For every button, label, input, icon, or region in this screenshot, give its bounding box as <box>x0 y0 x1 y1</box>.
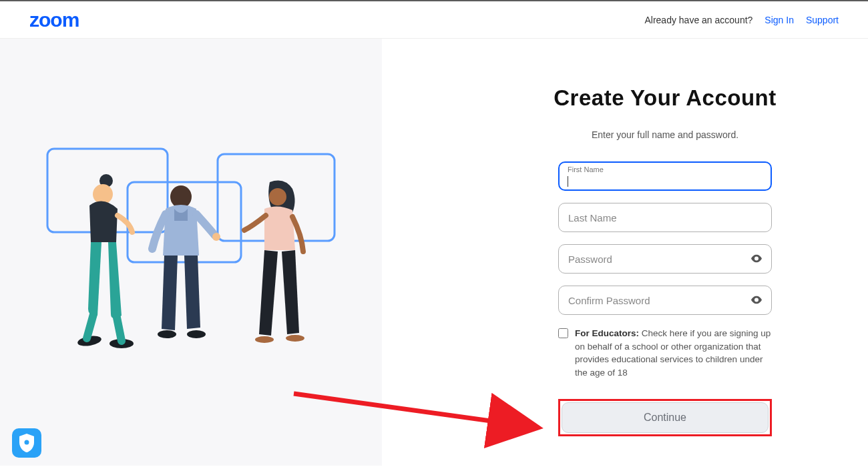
people-screens-illustration <box>44 142 338 362</box>
svg-point-13 <box>286 335 304 342</box>
password-field <box>558 244 772 274</box>
continue-button[interactable]: Continue <box>562 402 769 433</box>
educators-checkbox[interactable] <box>558 328 568 338</box>
illustration-svg <box>44 142 338 362</box>
confirm-password-input[interactable] <box>558 286 772 315</box>
privacy-shield-badge[interactable] <box>12 428 41 458</box>
sign-in-link[interactable]: Sign In <box>765 15 794 25</box>
password-input[interactable] <box>558 244 772 274</box>
page-subtitle: Enter your full name and password. <box>542 129 788 140</box>
svg-point-7 <box>170 185 192 208</box>
eye-icon[interactable] <box>750 295 763 306</box>
confirm-password-field <box>558 286 772 315</box>
eye-icon[interactable] <box>750 254 763 265</box>
main: Create Your Account Enter your full name… <box>0 39 868 466</box>
first-name-field: First Name <box>558 161 772 191</box>
continue-highlight-box: Continue <box>558 399 772 436</box>
page-title: Create Your Account <box>542 85 788 111</box>
support-link[interactable]: Support <box>806 15 839 25</box>
text-cursor <box>568 176 568 187</box>
shield-icon <box>18 433 35 453</box>
svg-point-9 <box>158 330 176 338</box>
signup-form: First Name For Educa <box>558 161 772 436</box>
already-have-account-text: Already have an account? <box>644 15 752 25</box>
last-name-input[interactable] <box>558 203 772 232</box>
educators-text: For Educators: Check here if you are sig… <box>575 327 772 379</box>
svg-point-4 <box>93 184 113 204</box>
header-right: Already have an account? Sign In Support <box>644 15 839 25</box>
header: zoom Already have an account? Sign In Su… <box>0 1 868 39</box>
svg-point-15 <box>25 440 29 445</box>
illustration-panel <box>0 39 382 466</box>
zoom-logo[interactable]: zoom <box>29 9 79 31</box>
last-name-field <box>558 203 772 232</box>
svg-point-8 <box>212 233 220 241</box>
svg-point-12 <box>255 336 274 343</box>
educators-checkbox-row[interactable]: For Educators: Check here if you are sig… <box>558 327 772 379</box>
svg-point-11 <box>269 188 286 205</box>
form-panel: Create Your Account Enter your full name… <box>382 39 868 466</box>
first-name-label: First Name <box>568 165 604 173</box>
svg-point-10 <box>187 330 206 338</box>
